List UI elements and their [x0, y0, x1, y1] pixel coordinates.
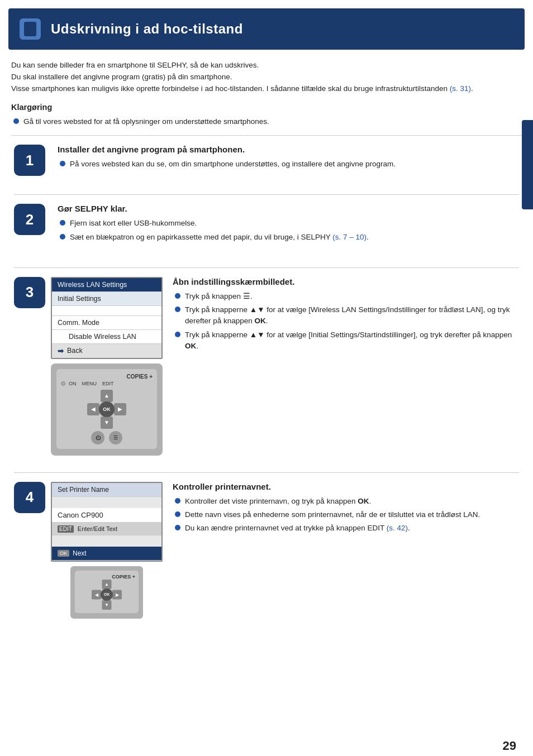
page-number: 29: [503, 739, 516, 753]
step-4-row: 4 Set Printer Name Canon CP900 EDIT Ente…: [14, 482, 519, 619]
step-4-device-panel: COPIES + ▲ ▼ ◀ ▶ OK: [70, 566, 143, 619]
step-4-content: Kontroller printernavnet. Kontroller det…: [173, 482, 519, 542]
power-button[interactable]: ⏻: [91, 431, 104, 444]
step4-link[interactable]: (s. 42): [387, 524, 408, 532]
step-2-number: 2: [14, 204, 45, 235]
step-4-lcd: Set Printer Name Canon CP900 EDIT Enter/…: [51, 482, 163, 562]
bullet-dot: [13, 118, 19, 124]
step-3-lcd: Wireless LAN Settings Initial Settings C…: [51, 277, 163, 359]
klargoring-list: Gå til vores websted for at få oplysning…: [11, 116, 522, 127]
copies-label: COPIES +: [61, 374, 153, 380]
lcd4-spacer2: [52, 535, 161, 547]
page-header: Udskrivning i ad hoc-tilstand: [8, 8, 525, 50]
nav-left-button[interactable]: ◀: [87, 403, 99, 415]
klargoring-heading: Klargøring: [11, 103, 522, 112]
bullet-dot: [175, 307, 180, 312]
device-panel-inner: COPIES + ON MENU EDIT ▲: [56, 369, 157, 449]
step-1-row: 1 Installer det angivne program på smart…: [14, 145, 519, 178]
step-4-item-1: Kontroller det viste printernavn, og try…: [175, 496, 519, 507]
infra-link[interactable]: (s. 31): [450, 84, 471, 93]
step-3-device-panel: COPIES + ON MENU EDIT ▲: [51, 363, 163, 456]
bullet-dot: [175, 293, 180, 299]
step-2-content: Gør SELPHY klar. Fjern isat kort eller U…: [58, 204, 519, 251]
step-1-number: 1: [14, 145, 45, 176]
nav-cross: ▲ ▼ ◀ ▶ OK: [87, 390, 126, 429]
step-3-item-1: Tryk på knappen ☰.: [175, 291, 519, 302]
step-3-device: Wireless LAN Settings Initial Settings C…: [51, 277, 163, 456]
bullet-dot: [175, 498, 180, 504]
step-3-content: Åbn indstillingsskærmbilledet. Tryk på k…: [173, 277, 519, 360]
edit-icon: EDIT: [58, 525, 74, 533]
divider-4: [14, 472, 519, 473]
step-2-item-1: Fjern isat kort eller USB-hukommelse.: [60, 218, 519, 229]
intro-text: Du kan sende billeder fra en smartphone …: [11, 60, 522, 95]
lcd4-next-row: OK Next: [52, 547, 161, 561]
nav-left-small[interactable]: ◀: [92, 590, 101, 599]
step-3-list: Tryk på knappen ☰. Tryk på knapperne ▲▼ …: [173, 291, 519, 352]
step-1-item: På vores websted kan du se, om din smart…: [60, 159, 519, 170]
small-button-row: ⏻ ☰: [91, 431, 122, 444]
step-4-device-wrapper: COPIES + ▲ ▼ ◀ ▶ OK: [51, 566, 163, 619]
lcd-row-1: Wireless LAN Settings: [52, 278, 161, 292]
step-4-item-2: Dette navn vises på enhederne som printe…: [175, 509, 519, 520]
ok-button-small[interactable]: OK: [101, 588, 113, 601]
nav-down-small[interactable]: ▼: [102, 600, 112, 610]
steps-area: 1 Installer det angivne program på smart…: [11, 145, 522, 619]
bullet-dot: [175, 511, 180, 517]
bullet-dot: [60, 234, 65, 240]
ok-button[interactable]: OK: [99, 401, 115, 417]
step-4-number: 4: [14, 482, 45, 513]
bullet-dot: [175, 332, 180, 337]
nav-right-button[interactable]: ▶: [114, 403, 126, 415]
klargoring-item: Gå til vores websted for at få oplysning…: [13, 116, 522, 127]
step-2-list: Fjern isat kort eller USB-hukommelse. Sæ…: [58, 218, 519, 243]
right-edge-decoration: [522, 120, 533, 209]
step-1-heading: Installer det angivne program på smartph…: [58, 145, 519, 154]
nav-up-button[interactable]: ▲: [101, 390, 113, 402]
step-4-list: Kontroller det viste printernavn, og try…: [173, 496, 519, 534]
intro-section: Du kan sende billeder fra en smartphone …: [0, 50, 533, 641]
back-arrow-icon: ➡: [58, 347, 64, 355]
bullet-dot: [60, 161, 65, 166]
nav-right-small[interactable]: ▶: [112, 590, 122, 599]
step2-link[interactable]: (s. 7 – 10): [332, 233, 367, 241]
step-2-heading: Gør SELPHY klar.: [58, 204, 519, 213]
step-3-item-3: Tryk på knapperne ▲▼ for at vælge [Initi…: [175, 329, 519, 352]
step-4-device: Set Printer Name Canon CP900 EDIT Enter/…: [51, 482, 163, 619]
device-button-labels: ON MENU EDIT: [69, 381, 114, 386]
nav-down-button[interactable]: ▼: [101, 417, 113, 429]
lcd-back-row: ➡ Back: [52, 344, 161, 358]
step-4-heading: Kontroller printernavnet.: [173, 482, 519, 491]
device-panel-small-inner: COPIES + ▲ ▼ ◀ ▶ OK: [75, 571, 139, 613]
step-1-list: På vores websted kan du se, om din smart…: [58, 159, 519, 170]
nav-up-small[interactable]: ▲: [102, 580, 112, 589]
divider-3: [14, 267, 519, 268]
lcd4-spacer: [52, 497, 161, 508]
lcd-row-2: Initial Settings: [52, 292, 161, 306]
divider-2: [14, 194, 519, 195]
step-2-row: 2 Gør SELPHY klar. Fjern isat kort eller…: [14, 204, 519, 251]
lcd-row-comm: Comm. Mode: [52, 316, 161, 330]
copies-label-small: COPIES +: [78, 574, 135, 580]
lcd-row-3: [52, 306, 161, 316]
step-3-number: 3: [14, 277, 45, 308]
step-1-content: Installer det angivne program på smartph…: [58, 145, 519, 178]
step-3-left: 3: [14, 277, 45, 308]
device-top-row: ON MENU EDIT: [61, 381, 153, 386]
lcd4-edit-row: EDIT Enter/Edit Text: [52, 523, 161, 535]
step-4-item-3: Du kan ændre printernavnet ved at trykke…: [175, 523, 519, 534]
menu-button[interactable]: ☰: [109, 431, 122, 444]
led-indicator: [61, 381, 65, 386]
lcd-row-disable: Disable Wireless LAN: [52, 330, 161, 344]
bullet-dot: [175, 525, 180, 530]
lcd4-title-row: Set Printer Name: [52, 483, 161, 497]
page-title: Udskrivning i ad hoc-tilstand: [51, 21, 243, 37]
step-3-item-2: Tryk på knapperne ▲▼ for at vælge [Wirel…: [175, 304, 519, 327]
ok-badge: OK: [58, 550, 69, 557]
step-4-left: 4: [14, 482, 45, 513]
header-icon: [20, 18, 41, 40]
step-3-row: 3 Wireless LAN Settings Initial Settings…: [14, 277, 519, 456]
step-3-heading: Åbn indstillingsskærmbilledet.: [173, 277, 519, 286]
bullet-dot: [60, 220, 65, 226]
nav-cross-small: ▲ ▼ ◀ ▶ OK: [92, 580, 122, 610]
